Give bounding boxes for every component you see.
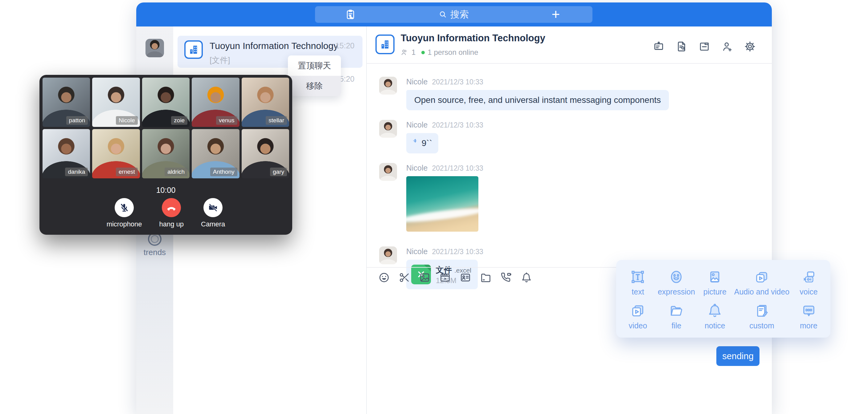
chat-title: Tuoyun Information Technology	[401, 33, 545, 44]
hang-up-icon[interactable]	[162, 198, 181, 217]
popup-item-audio-video[interactable]: Audio and video	[734, 265, 789, 299]
participant-name: gary	[270, 167, 287, 176]
video-file-icon	[630, 303, 646, 319]
message-voice: Nicole 2021/12/3 10:33 9``	[379, 120, 483, 153]
folder-icon[interactable]	[480, 272, 492, 283]
participant-tile[interactable]: Nicole	[92, 77, 140, 127]
camera-control[interactable]: Camera	[201, 198, 225, 228]
conversation-preview: [文件]	[210, 55, 230, 66]
voice-wave-icon	[412, 138, 417, 148]
sender-avatar[interactable]	[379, 163, 397, 181]
send-button[interactable]: sending	[716, 346, 760, 366]
participant-tile[interactable]: Anthony	[192, 129, 239, 178]
message-text: Nicole 2021/12/3 10:33 Open source, free…	[379, 77, 669, 110]
video-clapper-icon[interactable]	[439, 272, 451, 283]
microphone-muted-icon[interactable]	[115, 198, 134, 217]
participant-name: patton	[66, 116, 88, 125]
participant-name: Nicole	[116, 116, 138, 125]
search-bar[interactable]: 搜索 +	[315, 6, 592, 23]
menu-item-remove[interactable]: 移除	[288, 76, 341, 96]
microphone-label: microphone	[107, 220, 142, 228]
participant-tile[interactable]: stellar	[242, 77, 289, 127]
participant-name: stellar	[266, 116, 287, 125]
message-time: 2021/12/3 10:33	[432, 164, 483, 172]
settings-gear-icon[interactable]	[744, 41, 756, 52]
chat-history-search-icon[interactable]	[676, 41, 687, 52]
participant-name: aldrich	[164, 167, 187, 176]
participant-tile[interactable]: danika	[42, 129, 90, 178]
camera-label: Camera	[201, 220, 225, 228]
sender-name: Nicole	[406, 164, 428, 172]
popup-item-text[interactable]: text	[619, 265, 657, 299]
message-time: 2021/12/3 10:33	[432, 121, 483, 129]
camera-muted-icon[interactable]	[204, 198, 222, 217]
call-timer: 10:00	[39, 186, 292, 195]
contact-card-icon[interactable]	[460, 272, 471, 283]
popup-item-more[interactable]: more	[789, 299, 828, 333]
sender-avatar[interactable]	[379, 77, 397, 95]
menu-item-pin-chat[interactable]: 置顶聊天	[288, 56, 341, 76]
sender-name: Nicole	[406, 77, 428, 86]
audio-video-icon	[754, 269, 770, 285]
notice-bell-icon	[707, 303, 723, 319]
group-file-icon[interactable]	[699, 41, 710, 52]
screenshot-scissors-icon[interactable]	[399, 272, 410, 283]
more-bubble-icon	[801, 303, 817, 319]
message-list: Nicole 2021/12/3 10:33 Open source, free…	[367, 64, 772, 267]
sender-avatar[interactable]	[379, 120, 397, 138]
popup-item-picture[interactable]: picture	[696, 265, 734, 299]
online-status: 1 person online	[428, 48, 478, 57]
search-placeholder: 搜索	[450, 8, 469, 21]
message-image: Nicole 2021/12/3 10:33	[379, 163, 483, 232]
hang-up-control[interactable]: hang up	[159, 198, 184, 228]
microphone-control[interactable]: microphone	[107, 198, 142, 228]
participant-tile[interactable]: aldrich	[142, 129, 190, 178]
search-icon	[439, 10, 447, 19]
chat-panel: Tuoyun Information Technology 1 1 person…	[367, 27, 772, 414]
members-icon	[401, 49, 409, 56]
sender-name: Nicole	[406, 247, 428, 256]
participant-grid: patton Nicole zoie venus stellar danika …	[42, 77, 289, 178]
chat-header: Tuoyun Information Technology 1 1 person…	[367, 27, 772, 64]
participant-tile[interactable]: patton	[42, 77, 90, 127]
top-bar: 搜索 +	[136, 2, 772, 27]
participant-tile[interactable]: ernest	[92, 129, 140, 178]
popup-item-voice[interactable]: voice	[789, 265, 828, 299]
text-bubble[interactable]: Open source, free, and universal instant…	[406, 90, 669, 110]
notification-bell-icon[interactable]	[521, 272, 532, 283]
voice-bubble[interactable]: 9``	[406, 133, 438, 153]
custom-doc-icon	[754, 303, 770, 319]
conversation-context-menu: 置顶聊天 移除	[288, 56, 341, 96]
image-icon[interactable]	[419, 272, 431, 283]
participant-name: venus	[216, 116, 237, 125]
popup-item-video[interactable]: video	[619, 299, 657, 333]
participant-tile[interactable]: zoie	[142, 77, 190, 127]
announcement-icon[interactable]	[653, 41, 664, 52]
popup-item-custom[interactable]: custom	[734, 299, 789, 333]
sidebar-item-trends[interactable]: trends	[136, 232, 173, 257]
picture-icon	[707, 269, 723, 285]
popup-item-file[interactable]: file	[657, 299, 696, 333]
my-avatar[interactable]	[146, 39, 164, 57]
participant-name: danika	[65, 167, 88, 176]
voice-bubbles-icon	[801, 269, 817, 285]
emoji-icon[interactable]	[378, 272, 390, 283]
participant-tile[interactable]: venus	[192, 77, 239, 127]
sender-name: Nicole	[406, 121, 428, 129]
input-toolbar	[378, 272, 532, 283]
beach-photo-message[interactable]	[406, 176, 478, 232]
add-member-icon[interactable]	[721, 41, 733, 52]
call-icon[interactable]	[500, 272, 512, 283]
add-button[interactable]: +	[549, 7, 563, 22]
participant-tile[interactable]: gary	[242, 129, 289, 178]
expression-icon	[668, 269, 684, 285]
message-time: 2021/12/3 10:33	[432, 248, 483, 256]
popup-item-notice[interactable]: notice	[696, 299, 734, 333]
participant-name: zoie	[171, 116, 187, 125]
participant-name: ernest	[116, 167, 138, 176]
message-type-popup: text expression picture	[616, 260, 830, 338]
popup-item-expression[interactable]: expression	[657, 265, 696, 299]
conversation-time: 15:20	[335, 41, 354, 50]
sender-avatar[interactable]	[379, 247, 397, 264]
group-building-icon	[184, 40, 203, 59]
